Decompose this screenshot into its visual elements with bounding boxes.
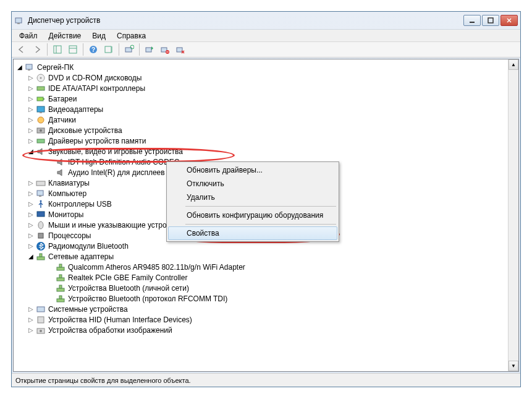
expand-arrow-icon[interactable]: ▷ (27, 116, 35, 124)
back-button[interactable] (14, 43, 29, 56)
tree-node[interactable]: ▷Датчики (15, 114, 507, 125)
show-hide-tree-button[interactable] (50, 43, 65, 56)
minimize-button[interactable] (463, 15, 481, 26)
svg-rect-50 (38, 317, 44, 323)
node-label: Realtek PCIe GBE Family Controller (67, 273, 188, 282)
disable-button[interactable] (173, 43, 188, 56)
help-button[interactable]: ? (86, 43, 101, 56)
svg-rect-0 (15, 18, 22, 23)
category-icon (36, 84, 46, 93)
expand-arrow-icon[interactable]: ◢ (27, 148, 35, 155)
tree-node[interactable]: ▷Устройства HID (Human Interface Devices… (15, 314, 507, 325)
scan-hardware-button[interactable] (122, 43, 137, 56)
expand-arrow-icon[interactable]: ◢ (16, 64, 23, 71)
update-driver-button[interactable] (142, 43, 157, 56)
svg-rect-46 (59, 285, 62, 288)
tree-node[interactable]: ▷Драйверы устройств памяти (15, 135, 507, 146)
forward-button[interactable] (30, 43, 44, 56)
node-label: IDE ATA/ATAPI контроллеры (47, 84, 146, 93)
node-label: Радиомодули Bluetooth (47, 242, 130, 251)
svg-rect-1 (17, 23, 20, 24)
scroll-down-button[interactable]: ▼ (509, 361, 518, 371)
tree-node[interactable]: ▷Системные устройства (15, 304, 507, 314)
expand-arrow-icon[interactable]: ▷ (27, 85, 35, 92)
node-label: Устройства HID (Human Interface Devices) (47, 315, 193, 324)
close-button[interactable] (500, 15, 518, 26)
scroll-thumb[interactable] (509, 70, 518, 361)
tree-child-node[interactable]: Realtek PCIe GBE Family Controller (15, 272, 507, 283)
category-icon (36, 73, 46, 83)
menu-file[interactable]: Файл (14, 30, 43, 41)
svg-rect-37 (38, 233, 43, 238)
tree-node[interactable]: ▷DVD и CD-ROM дисководы (15, 72, 507, 83)
expand-arrow-icon[interactable]: ▷ (27, 127, 35, 134)
expand-arrow-icon[interactable]: ▷ (27, 316, 35, 324)
expand-arrow-icon[interactable]: ▷ (27, 306, 35, 313)
menu-help[interactable]: Справка (112, 30, 151, 41)
expand-arrow-icon[interactable]: ▷ (27, 327, 35, 334)
category-icon (36, 94, 46, 104)
expand-arrow-icon[interactable]: ▷ (27, 137, 35, 145)
expand-arrow-icon[interactable]: ▷ (27, 232, 35, 239)
tree-node[interactable]: ◢Сетевые адаптеры (15, 251, 507, 262)
ctx-refresh-config[interactable]: Обновить конфигурацию оборудования (168, 208, 337, 222)
svg-rect-47 (57, 299, 64, 302)
tree-node[interactable]: ▷IDE ATA/ATAPI контроллеры (15, 83, 507, 93)
tree-root[interactable]: ◢Сергей-ПК (15, 62, 507, 72)
expand-arrow-icon[interactable]: ▷ (27, 211, 35, 218)
tree-node[interactable]: ◢Звуковые, видео и игровые устройства (15, 146, 507, 157)
expand-arrow-icon[interactable]: ◢ (27, 253, 35, 260)
expand-arrow-icon[interactable]: ▷ (27, 221, 35, 229)
ctx-delete[interactable]: Удалить (168, 191, 337, 204)
tree-node[interactable]: ▷Устройства обработки изображений (15, 325, 507, 335)
menu-view[interactable]: Вид (87, 30, 111, 41)
maximize-button[interactable] (482, 15, 499, 26)
tree-node[interactable]: ▷Видеоадаптеры (15, 104, 507, 114)
menu-action[interactable]: Действие (44, 30, 87, 41)
category-icon (36, 304, 46, 314)
arrow-spacer (47, 169, 54, 176)
svg-point-12 (130, 45, 134, 49)
status-text: Открытие страницы свойств для выделенног… (15, 377, 191, 384)
expand-arrow-icon[interactable]: ▷ (27, 190, 35, 197)
ctx-update-drivers[interactable]: Обновить драйверы... (168, 163, 337, 177)
category-icon (36, 220, 46, 230)
svg-rect-10 (105, 46, 111, 53)
expand-arrow-icon[interactable]: ▷ (27, 74, 35, 82)
tree-node[interactable]: ▷Радиомодули Bluetooth (15, 241, 507, 251)
ctx-separator (185, 224, 336, 225)
tree-node[interactable]: ▷Батареи (15, 93, 507, 104)
svg-rect-41 (57, 267, 64, 270)
tree-node[interactable]: ▷Дисковые устройства (15, 125, 507, 135)
expand-arrow-icon[interactable]: ▷ (27, 179, 35, 187)
svg-rect-22 (37, 87, 44, 90)
expand-arrow-icon[interactable]: ▷ (27, 200, 35, 208)
ctx-disable[interactable]: Отключить (168, 177, 337, 191)
expand-arrow-icon[interactable]: ▷ (27, 95, 35, 103)
category-icon (36, 147, 46, 157)
device-icon (56, 168, 65, 178)
uninstall-button[interactable] (158, 43, 172, 56)
svg-rect-13 (146, 48, 151, 52)
svg-rect-2 (470, 22, 475, 23)
category-icon (36, 126, 46, 135)
scroll-up-button[interactable]: ▲ (509, 59, 518, 70)
expand-arrow-icon[interactable]: ▷ (27, 242, 35, 250)
tree-child-node[interactable]: Устройство Bluetooth (протокол RFCOMM TD… (15, 293, 507, 304)
vertical-scrollbar[interactable]: ▲ ▼ (508, 59, 518, 371)
tree-child-node[interactable]: Qualcomm Atheros AR9485 802.11b/g/n WiFi… (15, 262, 507, 272)
svg-text:?: ? (91, 46, 95, 53)
properties-button[interactable] (65, 43, 80, 56)
svg-point-27 (38, 117, 44, 123)
action-button[interactable] (101, 43, 116, 56)
category-icon (36, 315, 46, 325)
svg-rect-35 (37, 212, 44, 217)
tree-child-node[interactable]: Устройства Bluetooth (личной сети) (15, 283, 507, 293)
ctx-properties[interactable]: Свойства (168, 226, 337, 240)
expand-arrow-icon[interactable]: ▷ (27, 106, 35, 113)
svg-rect-32 (37, 191, 43, 195)
svg-rect-31 (36, 181, 45, 186)
device-icon (56, 283, 65, 293)
node-label: Мониторы (47, 210, 85, 219)
svg-rect-44 (59, 275, 62, 278)
